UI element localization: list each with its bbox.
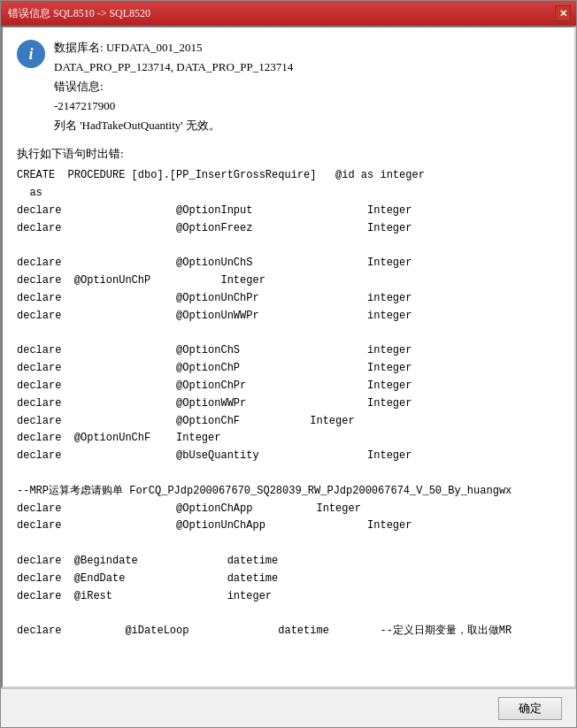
- info-text-block: 数据库名: UFDATA_001_2015 DATA_PRO_PP_123714…: [54, 38, 293, 135]
- window: 错误信息 SQL8510 -> SQL8520 ✕ i 数据库名: UFDATA…: [0, 0, 577, 728]
- content-area: i 数据库名: UFDATA_001_2015 DATA_PRO_PP_1237…: [1, 26, 576, 688]
- error-label-line: 错误信息:: [54, 77, 293, 96]
- info-section: i 数据库名: UFDATA_001_2015 DATA_PRO_PP_1237…: [17, 38, 560, 135]
- db-name-value: UFDATA_001_2015: [106, 41, 203, 54]
- db-name-line: 数据库名: UFDATA_001_2015: [54, 38, 293, 57]
- info-icon: i: [17, 40, 45, 68]
- data-source-line: DATA_PRO_PP_123714, DATA_PRO_PP_123714: [54, 57, 293, 77]
- code-block: CREATE PROCEDURE [dbo].[PP_InsertGrossRe…: [17, 167, 560, 676]
- exec-label: 执行如下语句时出错:: [17, 146, 560, 162]
- error-msg-line: 列名 'HadTakeOutQuantity' 无效。: [54, 116, 293, 135]
- error-code-line: -2147217900: [54, 96, 293, 116]
- db-name-label: 数据库名:: [54, 41, 104, 54]
- title-bar: 错误信息 SQL8510 -> SQL8520 ✕: [1, 1, 576, 26]
- window-title: 错误信息 SQL8510 -> SQL8520: [8, 6, 150, 21]
- close-button[interactable]: ✕: [555, 5, 571, 21]
- footer: 确定: [1, 688, 576, 727]
- ok-button[interactable]: 确定: [498, 697, 562, 720]
